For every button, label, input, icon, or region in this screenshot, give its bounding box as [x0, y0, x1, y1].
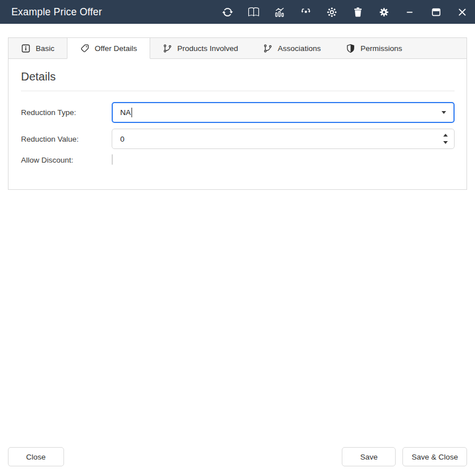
tab-offer-details[interactable]: Offer Details: [67, 38, 150, 59]
allow-discount-row: Allow Discount:: [21, 155, 455, 165]
allow-discount-checkbox[interactable]: [112, 154, 113, 165]
tab-basic[interactable]: Basic: [9, 38, 67, 58]
reduction-value-label: Reduction Value:: [21, 135, 112, 143]
spinner-up-icon[interactable]: [443, 134, 448, 137]
tab-permissions[interactable]: Permissions: [333, 38, 415, 58]
reduction-type-value: NA: [120, 108, 131, 117]
close-icon[interactable]: [456, 6, 468, 18]
window-title: Example Price Offer: [11, 6, 102, 18]
tab-content-offer-details: Details Reduction Type: NA Reduction Val…: [9, 59, 466, 189]
titlebar: Example Price Offer: [0, 0, 475, 24]
close-button[interactable]: Close: [8, 447, 64, 466]
reduction-type-row: Reduction Type: NA: [21, 102, 455, 123]
reduction-value-value: 0: [120, 135, 125, 143]
chevron-down-icon[interactable]: [442, 111, 446, 114]
book-icon[interactable]: [248, 6, 259, 18]
tab-associations[interactable]: Associations: [251, 38, 333, 58]
tab-products-involved[interactable]: Products Involved: [150, 38, 251, 58]
tab-label: Offer Details: [95, 44, 137, 53]
shield-icon: [346, 44, 355, 53]
merge-icon[interactable]: [300, 6, 311, 18]
refresh-icon[interactable]: [222, 6, 233, 18]
save-button[interactable]: Save: [342, 447, 396, 466]
titlebar-icons: [222, 6, 468, 18]
settings-gear-icon[interactable]: [378, 6, 389, 18]
number-spinners: [443, 134, 448, 144]
footer: Close Save Save & Close: [8, 447, 467, 466]
offer-panel: Basic Offer Details Produ: [8, 37, 467, 190]
tab-label: Permissions: [361, 44, 402, 53]
branch-icon: [263, 44, 273, 53]
reduction-type-combobox[interactable]: NA: [112, 102, 455, 123]
maximize-icon[interactable]: [430, 6, 442, 18]
save-and-close-button[interactable]: Save & Close: [402, 447, 467, 466]
info-icon: [21, 44, 31, 53]
section-divider: [21, 91, 455, 91]
spinner-down-icon[interactable]: [443, 141, 448, 144]
tab-label: Basic: [36, 44, 54, 53]
reduction-value-row: Reduction Value: 0: [21, 129, 455, 149]
minimize-icon[interactable]: [404, 6, 415, 18]
tabstrip: Basic Offer Details Produ: [9, 38, 466, 59]
branch-icon: [163, 44, 172, 53]
tab-label: Associations: [278, 44, 321, 53]
reduction-value-input[interactable]: 0: [112, 129, 455, 149]
tab-label: Products Involved: [177, 44, 238, 53]
analytics-icon[interactable]: [274, 6, 285, 18]
tag-icon: [80, 44, 90, 53]
reduction-type-label: Reduction Type:: [21, 108, 112, 117]
trash-icon[interactable]: [352, 6, 363, 18]
section-title: Details: [21, 70, 455, 83]
process-gear-icon[interactable]: [326, 6, 337, 18]
allow-discount-label: Allow Discount:: [21, 156, 112, 164]
text-cursor: [132, 108, 132, 117]
